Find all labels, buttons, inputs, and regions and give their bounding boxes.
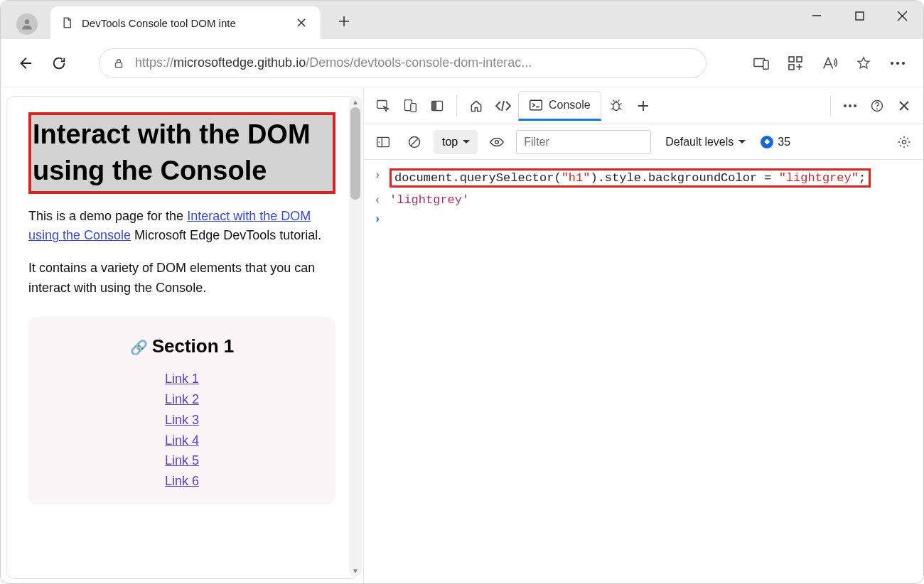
svg-point-0	[25, 19, 30, 24]
svg-point-25	[495, 140, 499, 144]
page-viewport: Interact with the DOM using the Console …	[1, 87, 363, 584]
console-tab-label: Console	[549, 99, 591, 112]
dock-icon	[430, 99, 444, 113]
tab-close-button[interactable]	[292, 13, 311, 32]
console-tab[interactable]: Console	[518, 91, 601, 121]
svg-point-20	[854, 104, 856, 107]
section-link[interactable]: Link 5	[43, 450, 321, 471]
svg-point-17	[613, 102, 619, 111]
issues-indicator[interactable]: 35	[761, 136, 790, 148]
arrow-left-icon	[17, 55, 33, 71]
maximize-icon	[855, 11, 864, 21]
svg-rect-5	[789, 57, 794, 62]
close-icon	[897, 11, 908, 21]
read-aloud-icon	[822, 56, 837, 70]
back-button[interactable]	[11, 49, 39, 77]
gear-icon	[897, 135, 911, 149]
url-field[interactable]: https://microsoftedge.github.io/Demos/de…	[99, 48, 707, 78]
context-selector[interactable]: top	[434, 130, 478, 154]
code-icon	[495, 99, 512, 112]
device-emulation-button[interactable]	[398, 92, 422, 119]
window-titlebar: DevTools Console tool DOM inte	[1, 1, 923, 39]
ellipsis-icon	[890, 61, 906, 65]
section-link[interactable]: Link 6	[43, 471, 321, 492]
description-paragraph: It contains a variety of DOM elements th…	[28, 259, 335, 298]
collections-button[interactable]	[780, 49, 811, 77]
browser-menu-button[interactable]	[882, 49, 913, 77]
clear-console-button[interactable]	[402, 129, 426, 156]
section-link[interactable]: Link 1	[43, 369, 321, 389]
devtools-menu-button[interactable]	[838, 92, 862, 119]
tab-title: DevTools Console tool DOM inte	[82, 17, 284, 29]
issue-badge-icon	[761, 136, 773, 148]
chevron-down-icon	[462, 139, 471, 145]
inspect-element-button[interactable]	[371, 92, 395, 119]
toggle-sidebar-button[interactable]	[371, 129, 395, 156]
devices-icon	[753, 56, 769, 70]
refresh-icon	[51, 55, 67, 71]
favorite-button[interactable]	[848, 49, 879, 77]
devices-button[interactable]	[746, 49, 777, 77]
svg-rect-1	[856, 12, 864, 20]
intro-paragraph: This is a demo page for the Interact wit…	[28, 207, 335, 247]
sidebar-icon	[376, 136, 390, 148]
svg-point-26	[902, 140, 906, 144]
live-expression-button[interactable]	[485, 129, 509, 156]
result-icon: ‹	[374, 193, 384, 207]
svg-point-19	[849, 104, 852, 107]
svg-point-10	[902, 62, 905, 65]
console-output[interactable]: › document.querySelector("h1").style.bac…	[364, 160, 923, 584]
plus-icon	[338, 16, 350, 27]
console-result-row: ‹ 'lightgrey'	[374, 190, 913, 210]
lock-icon	[112, 57, 125, 70]
console-prompt-row[interactable]: ›	[374, 210, 913, 229]
inspect-icon	[376, 99, 390, 113]
svg-point-22	[876, 108, 878, 109]
scrollbar-thumb[interactable]	[350, 107, 360, 200]
elements-tab[interactable]	[491, 92, 515, 119]
more-tabs-button[interactable]	[631, 92, 655, 119]
window-close-button[interactable]	[881, 1, 923, 31]
close-icon	[296, 18, 306, 28]
demo-page: Interact with the DOM using the Console …	[6, 96, 358, 579]
section-link[interactable]: Link 3	[43, 410, 321, 431]
window-controls	[795, 1, 923, 31]
profile-avatar[interactable]	[16, 13, 38, 35]
grid-icon	[788, 56, 802, 70]
eye-icon	[489, 136, 505, 148]
refresh-button[interactable]	[45, 49, 73, 77]
address-bar: https://microsoftedge.github.io/Demos/de…	[1, 39, 923, 87]
read-aloud-button[interactable]	[814, 49, 845, 77]
devtools-close-button[interactable]	[892, 92, 916, 119]
svg-rect-7	[789, 65, 794, 70]
window-maximize-button[interactable]	[838, 1, 881, 31]
dock-side-button[interactable]	[425, 92, 449, 119]
devtools-help-button[interactable]	[865, 92, 889, 119]
svg-rect-2	[116, 63, 122, 67]
browser-tab[interactable]: DevTools Console tool DOM inte	[50, 6, 321, 39]
console-input-row: › document.querySelector("h1").style.bac…	[374, 166, 913, 190]
home-icon	[469, 99, 483, 113]
prompt-icon: ›	[374, 212, 384, 226]
link-anchor-icon: 🔗	[130, 340, 148, 355]
clear-icon	[407, 135, 421, 149]
console-result: 'lightgrey'	[390, 193, 469, 207]
page-scrollbar[interactable]: ▲ ▼	[349, 96, 362, 576]
console-settings-button[interactable]	[892, 129, 916, 156]
chevron-down-icon	[738, 139, 746, 145]
section-link[interactable]: Link 2	[43, 389, 321, 410]
svg-rect-15	[432, 101, 437, 110]
bug-icon	[609, 99, 623, 113]
new-tab-button[interactable]	[333, 11, 355, 32]
devtools-panel: Console top Default levels	[363, 87, 923, 584]
minimize-icon	[812, 11, 822, 21]
device-icon	[403, 99, 417, 113]
svg-rect-6	[797, 57, 802, 62]
window-minimize-button[interactable]	[795, 1, 838, 31]
welcome-tab[interactable]	[464, 92, 488, 119]
section-link[interactable]: Link 4	[43, 431, 321, 451]
console-filter-input[interactable]	[516, 130, 651, 154]
log-levels-selector[interactable]: Default levels	[665, 136, 746, 148]
sources-tab[interactable]	[604, 92, 628, 119]
svg-rect-13	[411, 103, 417, 112]
